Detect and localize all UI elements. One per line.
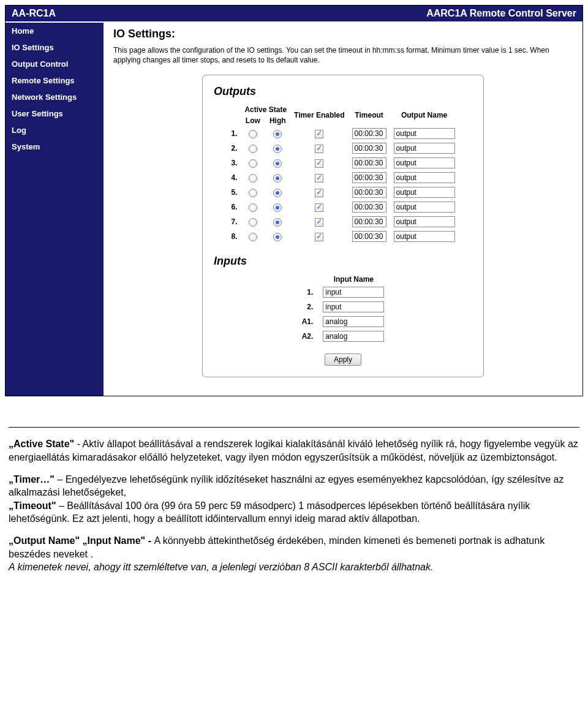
active-low-radio[interactable] [249, 203, 257, 212]
active-low-radio[interactable] [249, 145, 257, 153]
output-name-field[interactable] [394, 172, 455, 183]
output-name-field[interactable] [394, 128, 455, 139]
input-name-field[interactable] [323, 331, 384, 342]
input-name-field[interactable] [323, 316, 384, 327]
active-high-radio[interactable] [273, 130, 282, 138]
outputs-heading: Outputs [214, 85, 472, 98]
output-name-field[interactable] [394, 231, 455, 242]
timeout-field[interactable] [352, 128, 386, 139]
sidebar-item-user-settings[interactable]: User Settings [6, 105, 104, 122]
input-row: A2. [297, 329, 390, 344]
sidebar-item-network-settings[interactable]: Network Settings [6, 89, 104, 105]
titlebar-right: AARC1A Remote Control Server [426, 8, 576, 19]
apply-button[interactable]: Apply [325, 353, 361, 366]
active-low-radio[interactable] [249, 159, 257, 168]
doc-para-timer-timeout: „Timer…" – Engedélyezve lehetőségünk nyí… [9, 473, 579, 526]
col-input-name: Input Name [318, 274, 389, 285]
active-high-radio[interactable] [273, 159, 282, 168]
row-number: 5. [227, 185, 241, 200]
timer-enabled-checkbox[interactable] [315, 218, 323, 227]
output-name-field[interactable] [394, 216, 455, 227]
timer-enabled-checkbox[interactable] [315, 203, 323, 212]
sidebar-item-log[interactable]: Log [6, 122, 104, 138]
row-number: 1. [297, 285, 318, 300]
output-name-field[interactable] [394, 157, 455, 168]
input-row: A1. [297, 314, 390, 329]
output-name-field[interactable] [394, 143, 455, 154]
timeout-field[interactable] [352, 172, 386, 183]
row-number: 2. [297, 300, 318, 314]
timer-enabled-checkbox[interactable] [315, 174, 323, 183]
page-title: IO Settings: [113, 28, 573, 40]
settings-panel: Outputs Active State Timer Enabled Timeo… [202, 75, 484, 377]
output-row: 7. [227, 214, 458, 229]
sidebar-item-home[interactable]: Home [6, 23, 104, 39]
divider [9, 427, 579, 428]
document-text: „Active State" - Aktív állapot beállítás… [9, 427, 579, 573]
row-number: A1. [297, 314, 318, 329]
col-output-name: Output Name [390, 104, 459, 126]
input-row: 2. [297, 300, 390, 314]
col-high: High [265, 115, 290, 126]
col-timer-enabled: Timer Enabled [290, 104, 348, 126]
sidebar-item-remote-settings[interactable]: Remote Settings [6, 72, 104, 89]
row-number: A2. [297, 329, 318, 344]
output-name-field[interactable] [394, 187, 455, 198]
timer-enabled-checkbox[interactable] [315, 159, 323, 168]
output-row: 8. [227, 229, 458, 244]
content: IO Settings: This page allows the config… [104, 23, 582, 396]
active-low-radio[interactable] [249, 174, 257, 183]
col-active-state: Active State [241, 104, 290, 115]
col-timeout: Timeout [349, 104, 390, 126]
input-name-field[interactable] [323, 287, 384, 298]
timer-enabled-checkbox[interactable] [315, 145, 323, 153]
active-high-radio[interactable] [273, 189, 282, 197]
active-high-radio[interactable] [273, 218, 282, 227]
active-high-radio[interactable] [273, 145, 282, 153]
output-row: 3. [227, 156, 458, 170]
col-low: Low [241, 115, 265, 126]
timeout-field[interactable] [352, 231, 386, 242]
app-window: AA-RC1A AARC1A Remote Control Server Hom… [5, 5, 583, 396]
timeout-field[interactable] [352, 157, 386, 168]
active-low-radio[interactable] [249, 233, 257, 241]
timer-enabled-checkbox[interactable] [315, 189, 323, 197]
doc-para-names: „Output Name" „Input Name" - A könnyebb … [9, 534, 579, 574]
row-number: 7. [227, 214, 241, 229]
output-row: 5. [227, 185, 458, 200]
output-row: 1. [227, 126, 458, 141]
sidebar-item-system[interactable]: System [6, 138, 104, 155]
page-description: This page allows the configuration of th… [113, 45, 573, 65]
timer-enabled-checkbox[interactable] [315, 130, 323, 138]
row-number: 1. [227, 126, 241, 141]
titlebar-left: AA-RC1A [12, 8, 56, 19]
active-high-radio[interactable] [273, 233, 282, 241]
sidebar-item-io-settings[interactable]: IO Settings [6, 39, 104, 56]
doc-para-active-state: „Active State" - Aktív állapot beállítás… [9, 437, 579, 464]
timeout-field[interactable] [352, 202, 386, 213]
input-row: 1. [297, 285, 390, 300]
output-row: 4. [227, 170, 458, 185]
row-number: 2. [227, 141, 241, 156]
inputs-heading: Inputs [214, 255, 472, 268]
active-low-radio[interactable] [249, 218, 257, 227]
inputs-table: Input Name 1.2.A1.A2. [297, 274, 390, 344]
active-low-radio[interactable] [249, 189, 257, 197]
output-row: 2. [227, 141, 458, 156]
row-number: 4. [227, 170, 241, 185]
titlebar: AA-RC1A AARC1A Remote Control Server [6, 6, 582, 23]
row-number: 3. [227, 156, 241, 170]
row-number: 6. [227, 200, 241, 214]
timer-enabled-checkbox[interactable] [315, 233, 323, 241]
timeout-field[interactable] [352, 216, 386, 227]
input-name-field[interactable] [323, 301, 384, 312]
active-high-radio[interactable] [273, 174, 282, 183]
sidebar-item-output-control[interactable]: Output Control [6, 56, 104, 72]
timeout-field[interactable] [352, 143, 386, 154]
active-high-radio[interactable] [273, 203, 282, 212]
outputs-table: Active State Timer Enabled Timeout Outpu… [227, 104, 458, 244]
timeout-field[interactable] [352, 187, 386, 198]
active-low-radio[interactable] [249, 130, 257, 138]
output-name-field[interactable] [394, 202, 455, 213]
output-row: 6. [227, 200, 458, 214]
